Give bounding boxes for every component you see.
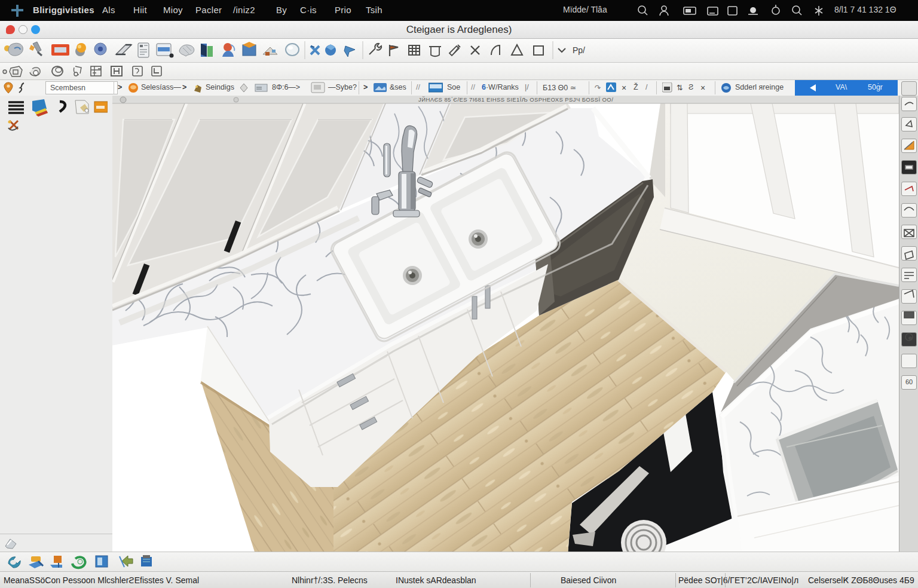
svg-text:ЈЙНΛЄЅ 85΄Є/ЕЅ 7І681 ЕІНЅЅ ЅІЕ: ЈЙНΛЄЅ 85΄Є/ЕЅ 7І681 ЕІНЅЅ ЅІЕ1ЇЉ ОЅРΗЕО… xyxy=(418,96,613,103)
svg-text:Pp/: Pp/ xyxy=(573,45,585,55)
